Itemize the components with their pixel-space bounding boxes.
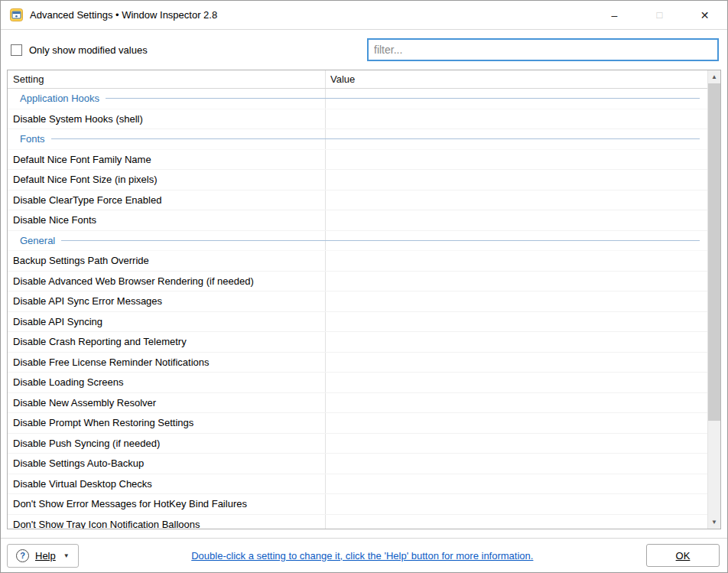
setting-name: Default Nice Font Size (in pixels): [8, 174, 325, 185]
ok-button[interactable]: OK: [646, 544, 720, 567]
setting-row[interactable]: Disable Free License Reminder Notificati…: [8, 353, 707, 373]
filter-input[interactable]: [367, 38, 719, 61]
table-rows: Application HooksDisable System Hooks (s…: [8, 89, 707, 529]
setting-row[interactable]: Don't Show Error Messages for HotKey Bin…: [8, 494, 707, 515]
setting-name: Disable Crash Reporting and Telemetry: [8, 336, 325, 347]
setting-name: Disable System Hooks (shell): [8, 113, 325, 125]
setting-name: Disable API Sync Error Messages: [8, 295, 325, 307]
setting-row[interactable]: Disable Nice Fonts: [8, 210, 707, 231]
help-button[interactable]: ? Help ▼: [7, 544, 79, 568]
category-label: Application Hooks: [8, 93, 99, 104]
setting-name: Disable ClearType Force Enabled: [8, 194, 325, 206]
scroll-up-icon[interactable]: ▲: [708, 70, 720, 83]
help-button-label: Help: [35, 550, 56, 562]
footer-bar: ? Help ▼ Double-click a setting to chang…: [1, 538, 727, 572]
scrollbar-track[interactable]: [708, 83, 720, 516]
setting-name: Disable API Syncing: [8, 316, 325, 327]
scroll-down-icon[interactable]: ▼: [708, 516, 720, 529]
only-modified-checkbox[interactable]: [11, 44, 22, 56]
column-header-setting[interactable]: Setting: [8, 73, 325, 85]
setting-row[interactable]: Disable New Assembly Resolver: [8, 393, 707, 414]
setting-name: Disable Prompt When Restoring Settings: [8, 417, 325, 428]
app-icon: [10, 8, 23, 21]
table-header-row: Setting Value: [8, 70, 707, 89]
maximize-button[interactable]: □: [637, 1, 682, 29]
help-icon: ?: [16, 549, 29, 562]
hint-link[interactable]: Double-click a setting to change it, cli…: [79, 550, 646, 562]
column-header-value[interactable]: Value: [325, 73, 355, 85]
setting-row[interactable]: Disable Push Syncing (if needed): [8, 434, 707, 454]
category-divider-line: [61, 240, 700, 241]
category-label: Fonts: [8, 133, 45, 145]
titlebar: Advanced Settings • Window Inspector 2.8…: [1, 1, 727, 30]
setting-row[interactable]: Disable Advanced Web Browser Rendering (…: [8, 272, 707, 292]
setting-row[interactable]: Disable Virtual Desktop Checks: [8, 474, 707, 495]
category-row: Fonts: [8, 129, 707, 150]
setting-row[interactable]: Don't Show Tray Icon Notification Balloo…: [8, 515, 707, 529]
advanced-settings-window: Advanced Settings • Window Inspector 2.8…: [0, 0, 728, 573]
setting-name: Disable New Assembly Resolver: [8, 397, 325, 409]
vertical-scrollbar[interactable]: ▲ ▼: [707, 70, 720, 529]
setting-name: Disable Push Syncing (if needed): [8, 438, 325, 449]
category-divider-line: [106, 98, 700, 99]
setting-name: Disable Loading Screens: [8, 376, 325, 388]
setting-row[interactable]: Disable ClearType Force Enabled: [8, 190, 707, 211]
close-button[interactable]: ✕: [682, 1, 727, 29]
window-title: Advanced Settings • Window Inspector 2.8: [30, 9, 217, 21]
only-modified-checkbox-label: Only show modified values: [29, 44, 148, 56]
chevron-down-icon: ▼: [63, 552, 70, 559]
setting-row[interactable]: Disable System Hooks (shell): [8, 109, 707, 130]
category-divider-line: [51, 138, 700, 139]
setting-row[interactable]: Backup Settings Path Override: [8, 251, 707, 272]
scrollbar-thumb[interactable]: [708, 83, 720, 421]
setting-name: Don't Show Tray Icon Notification Balloo…: [8, 519, 325, 529]
minimize-button[interactable]: –: [592, 1, 637, 29]
setting-row[interactable]: Disable Loading Screens: [8, 373, 707, 393]
setting-row[interactable]: Default Nice Font Family Name: [8, 150, 707, 171]
setting-name: Default Nice Font Family Name: [8, 154, 325, 165]
setting-row[interactable]: Disable API Sync Error Messages: [8, 291, 707, 312]
setting-name: Disable Nice Fonts: [8, 214, 325, 226]
setting-row[interactable]: Disable Settings Auto-Backup: [8, 454, 707, 474]
setting-name: Disable Settings Auto-Backup: [8, 457, 325, 469]
setting-name: Don't Show Error Messages for HotKey Bin…: [8, 498, 325, 510]
setting-row[interactable]: Disable Crash Reporting and Telemetry: [8, 332, 707, 353]
category-row: Application Hooks: [8, 89, 707, 109]
settings-table: Setting Value Application HooksDisable S…: [7, 70, 721, 529]
category-label: General: [8, 235, 55, 246]
only-modified-checkbox-group[interactable]: Only show modified values: [11, 44, 148, 56]
window-controls: – □ ✕: [592, 1, 727, 29]
ok-button-label: OK: [676, 550, 691, 562]
setting-row[interactable]: Disable Prompt When Restoring Settings: [8, 413, 707, 434]
settings-table-content: Setting Value Application HooksDisable S…: [8, 70, 707, 529]
setting-name: Backup Settings Path Override: [8, 255, 325, 266]
setting-name: Disable Advanced Web Browser Rendering (…: [8, 275, 325, 287]
setting-row[interactable]: Default Nice Font Size (in pixels): [8, 170, 707, 190]
setting-name: Disable Free License Reminder Notificati…: [8, 356, 325, 368]
toolbar: Only show modified values: [1, 30, 727, 70]
setting-name: Disable Virtual Desktop Checks: [8, 478, 325, 490]
category-row: General: [8, 231, 707, 252]
setting-row[interactable]: Disable API Syncing: [8, 312, 707, 333]
